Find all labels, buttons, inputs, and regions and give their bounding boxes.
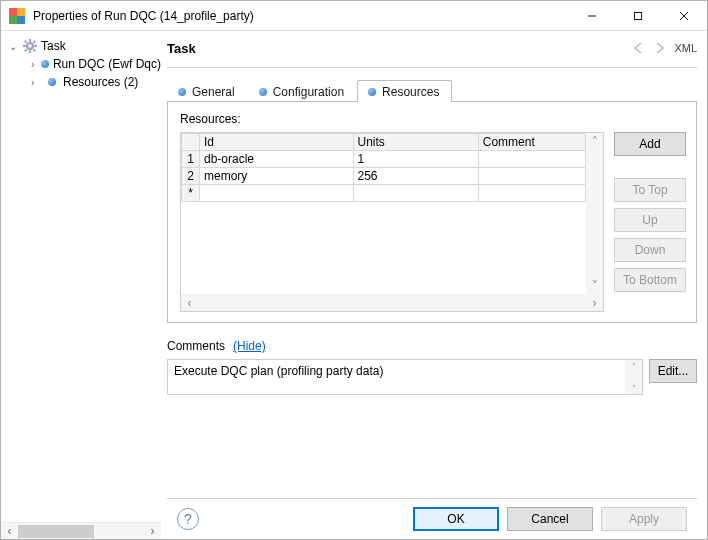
svg-rect-1	[635, 12, 642, 19]
tab-configuration[interactable]: Configuration	[248, 80, 357, 102]
tab-label: Resources	[382, 85, 439, 99]
xml-link[interactable]: XML	[674, 42, 697, 54]
cell-units[interactable]	[353, 185, 478, 202]
row-header: *	[182, 185, 200, 202]
tab-bar: General Configuration Resources	[167, 76, 697, 102]
app-icon	[9, 8, 25, 24]
help-icon[interactable]: ?	[177, 508, 199, 530]
edit-comments-button[interactable]: Edit...	[649, 359, 697, 383]
comments-label: Comments	[167, 339, 225, 353]
cell-comment[interactable]	[478, 168, 585, 185]
row-header: 2	[182, 168, 200, 185]
tree-node-label: Run DQC (Ewf Dqc)	[53, 57, 161, 71]
cancel-button[interactable]: Cancel	[507, 507, 593, 531]
page-title: Task	[167, 41, 628, 56]
tab-label: General	[192, 85, 235, 99]
titlebar: Properties of Run DQC (14_profile_party)	[1, 1, 707, 31]
resources-grid[interactable]: Id Units Comment 1 db-oracle 1	[180, 132, 604, 312]
table-row[interactable]: 2 memory 256	[182, 168, 586, 185]
ok-button[interactable]: OK	[413, 507, 499, 531]
expand-icon[interactable]: ⌄	[9, 41, 19, 52]
close-button[interactable]	[661, 1, 707, 31]
tree-node-label: Resources (2)	[63, 75, 138, 89]
tab-label: Configuration	[273, 85, 344, 99]
comments-vscrollbar[interactable]: ˄ ˅	[625, 360, 642, 394]
to-top-button[interactable]: To Top	[614, 178, 686, 202]
cell-units[interactable]: 1	[353, 151, 478, 168]
scroll-thumb[interactable]	[18, 525, 94, 538]
tab-general[interactable]: General	[167, 80, 248, 102]
comments-section: Comments (Hide) Execute DQC plan (profil…	[167, 339, 697, 395]
col-header-comment[interactable]: Comment	[478, 134, 585, 151]
tab-resources[interactable]: Resources	[357, 80, 452, 102]
cell-units[interactable]: 256	[353, 168, 478, 185]
comments-text: Execute DQC plan (profiling party data)	[168, 360, 625, 394]
grid-corner	[182, 134, 200, 151]
window-title: Properties of Run DQC (14_profile_party)	[33, 9, 569, 23]
cell-comment[interactable]	[478, 151, 585, 168]
sidebar-hscrollbar[interactable]: ‹ ›	[1, 522, 161, 539]
to-bottom-button[interactable]: To Bottom	[614, 268, 686, 292]
comments-textarea[interactable]: Execute DQC plan (profiling party data) …	[167, 359, 643, 395]
minimize-button[interactable]	[569, 1, 615, 31]
row-header: 1	[182, 151, 200, 168]
expand-icon[interactable]: ›	[31, 77, 41, 88]
scroll-right-icon[interactable]: ›	[144, 523, 161, 540]
svg-point-5	[28, 44, 32, 48]
expand-icon[interactable]: ›	[31, 59, 37, 70]
sidebar: ⌄ Task › Run DQC (Ewf Dqc) › Resources (…	[1, 31, 161, 539]
grid-button-column: Add To Top Up Down To Bottom	[614, 132, 686, 312]
tree-node-run-dqc[interactable]: › Run DQC (Ewf Dqc)	[5, 55, 161, 73]
cell-id[interactable]: db-oracle	[200, 151, 354, 168]
gear-icon	[23, 39, 37, 53]
add-button[interactable]: Add	[614, 132, 686, 156]
bullet-icon	[45, 75, 59, 89]
dialog-window: Properties of Run DQC (14_profile_party)…	[0, 0, 708, 540]
svg-line-13	[25, 50, 27, 52]
svg-line-12	[34, 41, 36, 43]
grid-hscrollbar[interactable]: ‹ ›	[181, 294, 603, 311]
cell-id[interactable]	[200, 185, 354, 202]
tree-node-resources[interactable]: › Resources (2)	[5, 73, 161, 91]
nav-forward-icon[interactable]	[650, 39, 668, 57]
scroll-up-icon[interactable]: ˄	[586, 133, 603, 150]
main-panel: Task XML General Configuration	[161, 31, 707, 539]
resources-group-label: Resources:	[180, 112, 686, 126]
tree-node-task[interactable]: ⌄ Task	[5, 37, 161, 55]
up-button[interactable]: Up	[614, 208, 686, 232]
scroll-down-icon[interactable]: ˅	[625, 382, 642, 394]
grid-vscrollbar[interactable]: ˄ ˅	[586, 133, 603, 294]
bullet-icon	[41, 57, 49, 71]
tree-node-label: Task	[41, 39, 66, 53]
comments-hide-link[interactable]: (Hide)	[233, 339, 266, 353]
table-row-new[interactable]: *	[182, 185, 586, 202]
bullet-icon	[368, 88, 376, 96]
down-button[interactable]: Down	[614, 238, 686, 262]
nav-back-icon[interactable]	[630, 39, 648, 57]
svg-line-11	[34, 50, 36, 52]
scroll-left-icon[interactable]: ‹	[181, 294, 198, 311]
table-row[interactable]: 1 db-oracle 1	[182, 151, 586, 168]
maximize-button[interactable]	[615, 1, 661, 31]
bullet-icon	[178, 88, 186, 96]
col-header-id[interactable]: Id	[200, 134, 354, 151]
scroll-down-icon[interactable]: ˅	[586, 277, 603, 294]
scroll-left-icon[interactable]: ‹	[1, 523, 18, 540]
scroll-up-icon[interactable]: ˄	[625, 360, 642, 372]
col-header-units[interactable]: Units	[353, 134, 478, 151]
scroll-right-icon[interactable]: ›	[586, 294, 603, 311]
cell-comment[interactable]	[478, 185, 585, 202]
apply-button[interactable]: Apply	[601, 507, 687, 531]
cell-id[interactable]: memory	[200, 168, 354, 185]
svg-line-10	[25, 41, 27, 43]
dialog-footer: ? OK Cancel Apply	[167, 498, 697, 539]
bullet-icon	[259, 88, 267, 96]
tab-content-resources: Resources: Id Units Comment	[167, 102, 697, 323]
